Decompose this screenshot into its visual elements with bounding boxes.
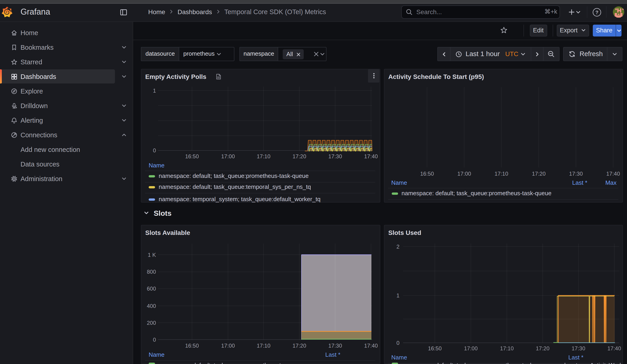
svg-text:?: ?: [595, 9, 598, 15]
